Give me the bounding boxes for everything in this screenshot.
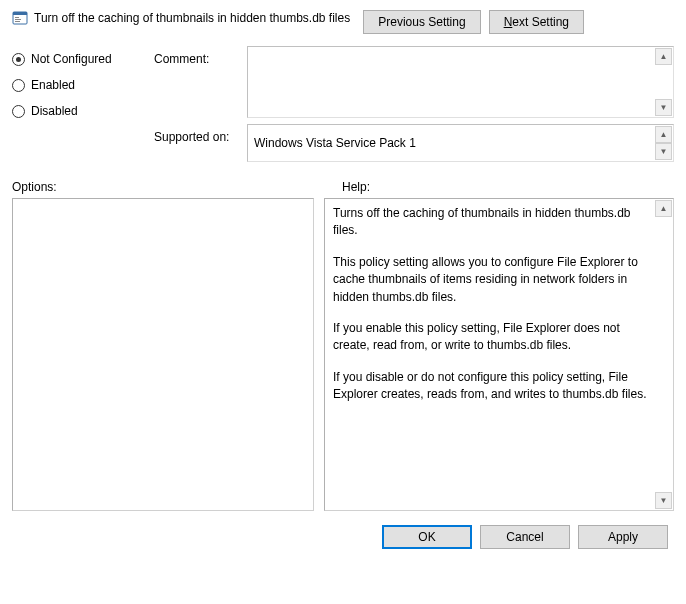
cancel-button[interactable]: Cancel: [480, 525, 570, 549]
help-text: If you enable this policy setting, File …: [333, 320, 653, 355]
radio-label: Disabled: [31, 104, 78, 118]
policy-title: Turn off the caching of thumbnails in hi…: [34, 10, 350, 25]
scroll-down-icon[interactable]: ▼: [655, 143, 672, 160]
radio-enabled[interactable]: Enabled: [12, 78, 142, 92]
nav-buttons: Previous Setting Next Setting: [363, 10, 674, 34]
scroll-up-icon[interactable]: ▲: [655, 48, 672, 65]
scroll-up-icon[interactable]: ▲: [655, 126, 672, 143]
svg-rect-2: [15, 17, 19, 18]
dialog-buttons: OK Cancel Apply: [0, 511, 686, 563]
panel-labels: Options: Help:: [0, 162, 686, 198]
svg-rect-3: [15, 19, 21, 20]
radio-label: Not Configured: [31, 52, 112, 66]
svg-rect-1: [13, 12, 27, 15]
next-setting-button[interactable]: Next Setting: [489, 10, 584, 34]
comment-label: Comment:: [154, 46, 239, 118]
apply-button[interactable]: Apply: [578, 525, 668, 549]
state-radios: Not Configured Enabled Disabled: [12, 46, 142, 162]
help-panel: Turns off the caching of thumbnails in h…: [324, 198, 674, 511]
radio-dot-icon: [12, 53, 25, 66]
radio-dot-icon: [12, 105, 25, 118]
options-panel: [12, 198, 314, 511]
state-row: Not Configured Enabled Disabled Comment:…: [0, 42, 686, 162]
comment-field[interactable]: ▲ ▼: [247, 46, 674, 118]
previous-setting-button[interactable]: Previous Setting: [363, 10, 480, 34]
radio-not-configured[interactable]: Not Configured: [12, 52, 142, 66]
scroll-down-icon[interactable]: ▼: [655, 492, 672, 509]
radio-label: Enabled: [31, 78, 75, 92]
panels-row: Turns off the caching of thumbnails in h…: [0, 198, 686, 511]
help-text: This policy setting allows you to config…: [333, 254, 653, 306]
help-text: If you disable or do not configure this …: [333, 369, 653, 404]
help-label: Help:: [342, 180, 370, 194]
help-text: Turns off the caching of thumbnails in h…: [333, 205, 653, 240]
supported-label: Supported on:: [154, 124, 239, 162]
ok-button[interactable]: OK: [382, 525, 472, 549]
scroll-down-icon[interactable]: ▼: [655, 99, 672, 116]
options-label: Options:: [12, 180, 342, 194]
supported-field: Windows Vista Service Pack 1 ▲ ▼: [247, 124, 674, 162]
radio-dot-icon: [12, 79, 25, 92]
svg-rect-4: [15, 21, 20, 22]
scroll-up-icon[interactable]: ▲: [655, 200, 672, 217]
policy-icon: [12, 10, 28, 26]
radio-disabled[interactable]: Disabled: [12, 104, 142, 118]
header: Turn off the caching of thumbnails in hi…: [0, 0, 686, 42]
